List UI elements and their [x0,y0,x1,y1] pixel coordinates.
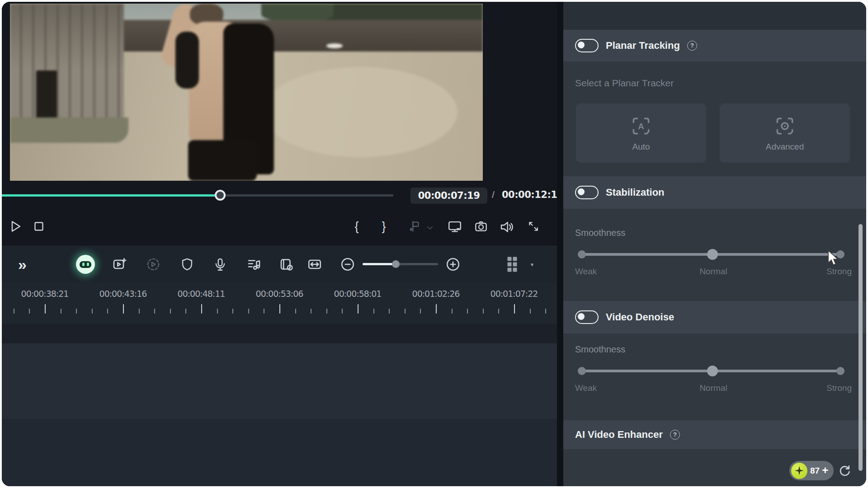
timeline-empty-lower [2,419,557,486]
ruler-tick [185,309,186,314]
tracker-option-auto[interactable]: A Auto [576,103,706,163]
ruler-timecode-label: 00:00:58:01 [334,289,382,299]
stabilization-smoothness-label: Smoothness [575,228,625,238]
ruler-tick [311,309,311,314]
zoom-in-icon[interactable] [445,256,461,272]
ruler-tick [358,304,359,314]
tracker-auto-label: Auto [632,142,650,152]
ruler-tick [514,304,515,314]
ruler-tick [373,309,374,314]
auto-brackets-a-icon: A [630,115,652,137]
ruler-tick [452,309,453,314]
ai-copilot-icon [76,255,95,274]
stabilization-smoothness-slider[interactable] [578,247,844,262]
total-duration: 00:00:12:14 [502,189,564,200]
planar-tracking-help-icon[interactable]: ? [687,41,697,51]
preview-pane: 00:00:07:19 / 00:00:12:14 { } [2,2,557,246]
ruler-tick [279,304,280,314]
mouse-cursor [826,250,840,269]
mark-in-button[interactable]: { [354,220,359,234]
stabilization-header: Stabilization [563,176,866,209]
fullscreen-expand-icon[interactable] [527,220,540,233]
ruler-tick [61,309,61,314]
ruler-timecode-label: 00:00:53:06 [256,289,303,299]
playback-progress-bar[interactable] [2,194,393,197]
volume-speaker-icon[interactable] [499,219,514,234]
credits-refresh-icon[interactable] [837,463,852,479]
svg-text:A: A [638,122,644,131]
add-clip-icon[interactable] [111,256,127,272]
ruler-timecode-label: 00:00:38:21 [21,289,69,299]
planar-tracking-label: Planar Tracking [606,40,680,52]
play-button[interactable] [8,219,23,234]
ruler-tick [76,309,77,314]
credits-badge[interactable]: 87 + [789,461,834,480]
ruler-tick [342,309,343,314]
ruler-tick [154,309,155,314]
ruler-tick [326,309,327,314]
panel-scrollbar[interactable] [859,224,863,471]
video-content [10,4,483,181]
stabilization-slider-handle[interactable] [707,249,718,260]
denoise-slider-handle[interactable] [707,366,718,376]
credits-count: 87 [810,466,820,476]
ruler-timecode-label: 00:00:43:16 [99,289,147,299]
timeline-track-lane[interactable] [2,343,557,419]
ruler-tick [14,309,14,314]
timeline-ruler[interactable]: 00:00:38:2100:00:43:1600:00:48:1100:00:5… [2,282,557,324]
marker-dropdown-chevron-icon[interactable] [426,224,434,232]
denoise-scale-labels: Weak Normal Strong [575,383,852,395]
select-tracker-label: Select a Planar Tracker [575,78,674,89]
denoise-smoothness-slider[interactable] [578,363,844,379]
credits-add-button[interactable]: + [822,464,828,477]
timeline-zoom-handle[interactable] [392,260,400,268]
playback-progress-fill [2,194,220,197]
timeline-zoom-slider[interactable] [363,263,438,265]
playback-progress-handle[interactable] [215,190,226,201]
ruler-tick [389,309,390,314]
tracker-option-advanced[interactable]: Advanced [720,103,850,163]
voiceover-mic-icon[interactable] [212,257,228,272]
ai-video-enhancer-header[interactable]: AI Video Enhancer ? [563,420,866,449]
timeline-section: » [2,246,557,486]
track-manager-dropdown-icon[interactable]: ▾ [531,261,534,268]
video-denoise-header: Video Denoise [563,301,866,333]
current-time[interactable]: 00:00:07:19 [410,188,487,204]
ruler-tick [92,309,93,314]
snapshot-camera-icon[interactable] [474,219,489,234]
ai-video-enhancer-help-icon[interactable]: ? [670,430,680,440]
ruler-timecode-label: 00:01:02:26 [412,289,460,299]
ruler-tick [201,304,202,314]
track-manager-icon[interactable] [508,257,517,272]
ruler-tick [264,309,264,314]
ruler-tick [123,304,124,314]
ruler-tick [295,309,296,314]
ai-video-enhancer-label: AI Video Enhancer [575,429,663,441]
fit-to-timeline-icon[interactable] [307,256,323,272]
mask-shield-icon[interactable] [179,257,195,272]
ruler-tick [467,309,468,314]
video-editor-app: 00:00:07:19 / 00:00:12:14 { } [2,2,866,486]
stabilization-scale-labels: Weak Normal Strong [575,267,852,278]
video-denoise-toggle[interactable] [575,310,599,324]
ruler-tick [420,309,421,314]
ai-copilot-button[interactable] [76,255,95,274]
ruler-timecode-label: 00:01:07:22 [491,289,538,299]
play-on-second-screen-icon[interactable] [447,219,462,234]
screen-record-icon[interactable] [278,256,295,272]
ruler-tick [107,309,108,314]
ruler-tick [405,309,406,314]
marker-flag-icon[interactable] [407,219,421,234]
planar-tracking-toggle[interactable] [575,39,599,52]
mark-out-button[interactable]: } [382,220,386,234]
ruler-tick [29,309,30,314]
playback-speed-icon[interactable] [145,256,161,272]
stabilization-toggle[interactable] [575,186,599,199]
ruler-tick [45,304,46,314]
planar-tracking-header: Planar Tracking ? [563,30,866,61]
stop-button[interactable] [31,219,47,234]
more-tools-button[interactable]: » [18,256,25,273]
advanced-brackets-gear-icon [774,115,796,137]
zoom-out-icon[interactable] [340,256,356,272]
audio-music-icon[interactable] [246,256,262,272]
